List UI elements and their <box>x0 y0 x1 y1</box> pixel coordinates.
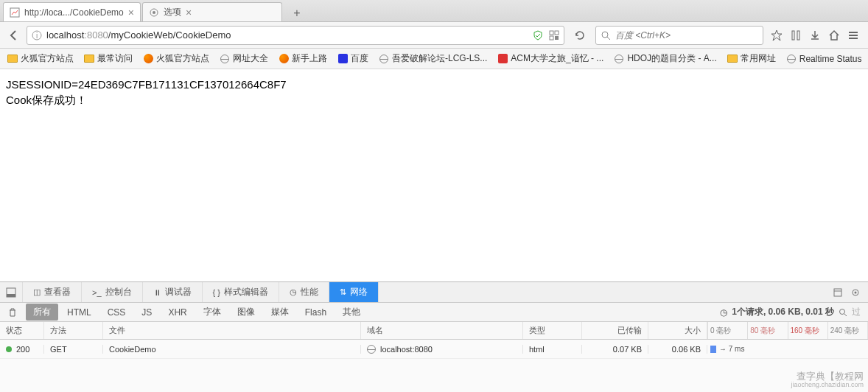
network-summary: 1个请求, 0.06 KB, 0.01 秒 <box>732 306 834 318</box>
bookmark-item[interactable]: 网址大全 <box>215 51 273 66</box>
filter-css[interactable]: CSS <box>100 305 133 320</box>
cell-method: GET <box>44 345 103 354</box>
svg-point-22 <box>840 309 845 314</box>
close-icon[interactable]: × <box>128 7 134 18</box>
devtools-tab-style[interactable]: { }样式编辑器 <box>203 282 279 302</box>
bookmark-item[interactable]: 火狐官方站点 <box>3 51 78 66</box>
tab-title: 选项 <box>164 6 181 18</box>
svg-rect-18 <box>834 289 841 296</box>
col-status[interactable]: 状态 <box>0 322 44 339</box>
search-icon <box>601 30 611 41</box>
firefox-icon <box>279 54 289 64</box>
bookmark-item[interactable]: 最常访问 <box>80 51 137 66</box>
filter-flash[interactable]: Flash <box>298 305 334 320</box>
bookmark-item[interactable]: ACM大学之旅_谙忆 - ... <box>493 51 608 66</box>
devtools-dock-button[interactable] <box>0 282 23 302</box>
devtools-tab-performance[interactable]: ◷性能 <box>279 282 329 302</box>
filter-other[interactable]: 其他 <box>335 304 368 321</box>
globe-icon <box>786 54 797 64</box>
bookmark-bar: 火狐官方站点 最常访问 火狐官方站点 网址大全 新手上路 百度 吾爱破解论坛-L… <box>0 49 868 69</box>
page-favicon <box>10 7 20 18</box>
address-bar[interactable]: i localhost:8080/myCookieWeb/CookieDemo <box>27 26 564 45</box>
col-transferred[interactable]: 已传输 <box>582 322 648 339</box>
bookmark-star-icon[interactable] <box>771 29 783 41</box>
devtools-panel: ◫查看器 >_控制台 ⏸调试器 { }样式编辑器 ◷性能 ⇅网络 所有 HTML… <box>0 281 868 392</box>
timing-bar <box>710 346 716 353</box>
tab-title: http://loca.../CookieDemo <box>24 7 124 18</box>
svg-rect-17 <box>7 294 15 297</box>
bookmark-item[interactable]: 吾爱破解论坛-LCG-LS... <box>374 51 491 66</box>
col-timeline: 0 毫秒 80 毫秒 160 毫秒 240 毫秒 <box>707 322 868 339</box>
download-icon[interactable] <box>809 29 821 41</box>
svg-point-21 <box>855 291 857 293</box>
bookmark-item[interactable]: 常用网址 <box>723 51 780 66</box>
timeline-tick: 240 毫秒 <box>827 322 859 339</box>
bookmark-item[interactable]: 新手上路 <box>274 51 332 66</box>
network-icon: ⇅ <box>340 287 346 297</box>
back-button[interactable] <box>4 26 24 45</box>
bookmark-item[interactable]: HDOJ的题目分类 - A... <box>609 51 721 66</box>
qr-icon[interactable] <box>549 30 559 41</box>
col-method[interactable]: 方法 <box>44 322 103 339</box>
filter-html[interactable]: HTML <box>60 305 99 320</box>
search-box[interactable] <box>595 26 763 45</box>
svg-line-23 <box>844 314 847 316</box>
col-type[interactable]: 类型 <box>523 322 582 339</box>
svg-rect-5 <box>550 31 553 35</box>
bookmark-item[interactable]: Realtime Status <box>782 52 867 66</box>
devtools-tab-console[interactable]: >_控制台 <box>82 282 143 302</box>
site-icon <box>497 54 508 64</box>
filter-js[interactable]: JS <box>134 305 159 320</box>
firefox-icon <box>143 54 153 64</box>
watermark: 查字典【教程网 jiaocheng.chazidian.com <box>791 371 864 389</box>
cell-transferred: 0.07 KB <box>582 345 648 354</box>
col-size[interactable]: 大小 <box>648 322 707 339</box>
svg-rect-11 <box>792 31 794 40</box>
col-file[interactable]: 文件 <box>103 322 361 339</box>
clear-button[interactable] <box>0 307 25 318</box>
inspector-icon: ◫ <box>33 287 41 297</box>
menu-icon[interactable] <box>847 29 859 41</box>
col-domain[interactable]: 域名 <box>361 322 523 339</box>
filter-images[interactable]: 图像 <box>230 304 262 321</box>
timeline-tick: 160 毫秒 <box>788 322 819 339</box>
style-icon: { } <box>213 288 220 297</box>
cell-size: 0.06 KB <box>648 345 707 354</box>
shield-icon[interactable] <box>533 30 543 41</box>
info-icon[interactable]: i <box>32 30 42 41</box>
search-icon[interactable] <box>839 308 847 317</box>
devtools-tab-network[interactable]: ⇅网络 <box>329 282 379 302</box>
svg-point-2 <box>153 11 155 14</box>
devtools-settings-icon[interactable] <box>850 287 861 298</box>
svg-rect-12 <box>797 31 799 40</box>
close-icon[interactable]: × <box>186 7 192 18</box>
folder-icon <box>727 54 738 64</box>
navigation-bar: i localhost:8080/myCookieWeb/CookieDemo <box>0 22 868 49</box>
devtools-tabs: ◫查看器 >_控制台 ⏸调试器 { }样式编辑器 ◷性能 ⇅网络 <box>0 282 868 303</box>
filter-media[interactable]: 媒体 <box>264 304 296 321</box>
reload-button[interactable] <box>570 26 589 45</box>
bookmark-item[interactable]: 百度 <box>333 51 373 66</box>
bookmark-item[interactable]: 火狐官方站点 <box>139 51 214 66</box>
browser-tab[interactable]: 选项 × <box>142 2 282 21</box>
search-input[interactable] <box>615 30 758 41</box>
new-tab-button[interactable]: + <box>287 5 307 21</box>
folder-icon <box>7 54 18 64</box>
filter-all[interactable]: 所有 <box>26 304 58 321</box>
browser-tab-bar: http://loca.../CookieDemo × 选项 × + <box>0 0 868 22</box>
browser-tab-active[interactable]: http://loca.../CookieDemo × <box>3 2 141 21</box>
home-icon[interactable] <box>828 29 840 41</box>
network-row[interactable]: 200 GET CookieDemo localhost:8080 html 0… <box>0 340 868 359</box>
cell-file: CookieDemo <box>103 345 361 354</box>
filter-xhr[interactable]: XHR <box>161 305 194 320</box>
pocket-icon[interactable] <box>790 29 802 41</box>
filter-hint: 过 <box>852 306 861 318</box>
console-icon: >_ <box>92 288 102 297</box>
devtools-tab-inspector[interactable]: ◫查看器 <box>23 282 82 302</box>
filter-fonts[interactable]: 字体 <box>196 304 228 321</box>
globe-icon <box>614 54 624 64</box>
debugger-icon: ⏸ <box>153 288 161 297</box>
globe-icon <box>220 54 230 64</box>
devtools-options-icon[interactable] <box>833 287 843 298</box>
devtools-tab-debugger[interactable]: ⏸调试器 <box>143 282 203 302</box>
